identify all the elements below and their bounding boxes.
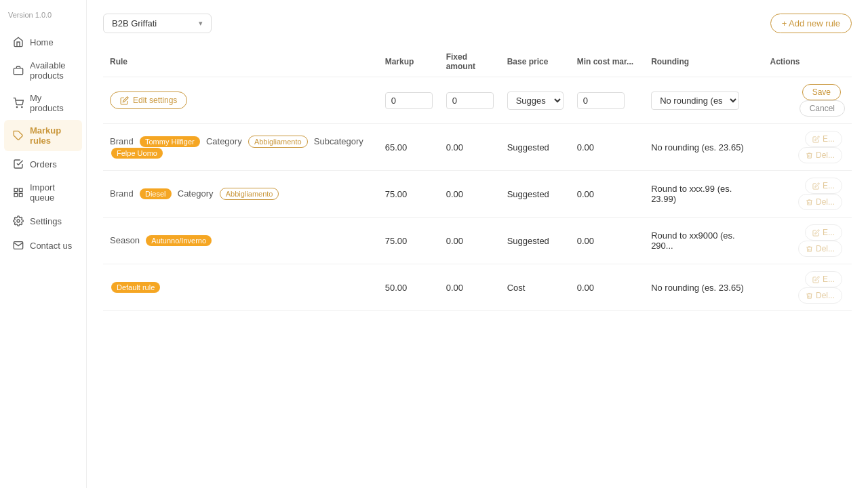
rule-text: Season [110, 235, 142, 245]
svg-rect-6 [19, 193, 22, 197]
tag-tommy: Tommy Hilfiger [140, 136, 200, 147]
markup-value: 50.00 [378, 264, 439, 311]
col-header-actions: Actions [764, 47, 852, 77]
markup-rules-table: Rule Markup Fixed amount Base price Min … [103, 47, 852, 311]
fixed-input[interactable] [446, 92, 494, 109]
edit-icon [812, 182, 820, 190]
settings-icon [12, 215, 24, 227]
chevron-down-icon: ▾ [199, 19, 203, 28]
sidebar-item-importqueue-label: Import queue [30, 182, 74, 203]
edit-row: Edit settings Sugges Cost [103, 77, 852, 124]
svg-rect-7 [14, 193, 18, 197]
add-rule-button[interactable]: + Add new rule [770, 14, 852, 33]
col-header-fixed: Fixed amount [439, 47, 500, 77]
col-header-markup: Markup [378, 47, 439, 77]
tag-icon [12, 129, 24, 142]
sidebar-item-available-products[interactable]: Available products [4, 55, 82, 86]
table-row: Season Autunno/Inverno 75.00 0.00 Sugges… [103, 218, 852, 264]
fixed-value: 0.00 [439, 171, 500, 218]
save-button[interactable]: Save [802, 84, 841, 100]
fixed-value: 0.00 [439, 264, 500, 311]
rule-text: Brand [110, 188, 136, 199]
table-row: Default rule 50.00 0.00 Cost 0.00 No rou… [103, 264, 852, 311]
contact-icon [12, 239, 24, 251]
edit-button-row2[interactable]: E... [805, 178, 842, 194]
main-content: B2B Griffati ▾ + Add new rule Rule Marku… [87, 0, 868, 488]
edit-settings-label: Edit settings [133, 96, 177, 105]
delete-button-row3[interactable]: Del... [798, 241, 842, 257]
tag-abbigliamento2: Abbigliamento [220, 188, 279, 200]
sidebar-item-my-products[interactable]: My products [4, 87, 82, 119]
svg-point-1 [16, 106, 17, 107]
version-label: Version 1.0.0 [0, 11, 86, 30]
rule-text: Subcategory [311, 136, 366, 146]
trash-icon [806, 152, 813, 159]
store-selector[interactable]: B2B Griffati ▾ [103, 14, 212, 33]
delete-button-row1[interactable]: Del... [798, 147, 842, 163]
edit-settings-button[interactable]: Edit settings [110, 92, 187, 109]
markup-value: 65.00 [378, 124, 439, 171]
pencil-icon [120, 96, 129, 105]
edit-button-row3[interactable]: E... [805, 224, 842, 241]
orders-icon [12, 158, 24, 170]
sidebar-item-home[interactable]: Home [4, 30, 82, 54]
base-price-value: Suggested [500, 218, 570, 264]
sidebar-item-settings[interactable]: Settings [4, 209, 82, 232]
col-header-mincost: Min cost mar... [570, 47, 644, 77]
edit-icon [812, 229, 820, 237]
sidebar-item-orders[interactable]: Orders [4, 152, 82, 176]
edit-button-row1[interactable]: E... [805, 131, 842, 147]
rounding-select[interactable]: No rounding (es. 23.65 [651, 92, 739, 110]
sidebar-item-markup-rules[interactable]: Markup rules [4, 120, 82, 151]
sidebar: Version 1.0.0 Home Available products My… [0, 0, 87, 488]
sidebar-item-available-label: Available products [30, 60, 74, 81]
col-header-rounding: Rounding [644, 47, 763, 77]
base-price-select[interactable]: Sugges Cost [507, 92, 564, 110]
rounding-value: Round to xx9000 (es. 290... [644, 218, 763, 264]
markup-value: 75.00 [378, 171, 439, 218]
sidebar-item-settings-label: Settings [30, 216, 62, 226]
sidebar-item-orders-label: Orders [30, 159, 57, 169]
tag-abbigliamento1: Abbigliamento [248, 136, 308, 148]
edit-icon [812, 276, 820, 283]
markup-value: 75.00 [378, 218, 439, 264]
rounding-value: No rounding (es. 23.65) [644, 124, 763, 171]
rounding-value: Round to xxx.99 (es. 23.99) [644, 171, 763, 218]
mincost-value: 0.00 [570, 218, 644, 264]
delete-button-row2[interactable]: Del... [798, 194, 842, 210]
mincost-value: 0.00 [570, 124, 644, 171]
sidebar-item-contact-us[interactable]: Contact us [4, 234, 82, 257]
tag-diesel: Diesel [140, 188, 172, 199]
mincost-input[interactable] [577, 92, 625, 109]
trash-icon [806, 245, 813, 253]
rounding-value: No rounding (es. 23.65) [644, 264, 763, 311]
table-row: Brand Diesel Category Abbigliamento 75.0… [103, 171, 852, 218]
add-rule-label: + Add new rule [782, 18, 840, 28]
col-header-rule: Rule [103, 47, 378, 77]
delete-button-row4[interactable]: Del... [798, 287, 842, 304]
svg-rect-0 [14, 68, 22, 75]
rule-text: Category [203, 136, 244, 146]
base-price-value: Cost [500, 264, 570, 311]
table-row: Brand Tommy Hilfiger Category Abbigliame… [103, 124, 852, 171]
cart-icon [12, 97, 24, 109]
header-row: B2B Griffati ▾ + Add new rule [103, 14, 852, 33]
mincost-value: 0.00 [570, 171, 644, 218]
fixed-value: 0.00 [439, 218, 500, 264]
cancel-button[interactable]: Cancel [800, 100, 845, 117]
sidebar-item-import-queue[interactable]: Import queue [4, 177, 82, 208]
markup-input[interactable] [385, 92, 433, 109]
svg-rect-4 [14, 188, 18, 192]
sidebar-item-home-label: Home [30, 37, 54, 47]
tag-season: Autunno/Inverno [146, 235, 212, 246]
rule-text: Brand [110, 136, 136, 146]
edit-button-row4[interactable]: E... [805, 271, 842, 287]
trash-icon [806, 199, 813, 206]
sidebar-item-markup-label: Markup rules [30, 125, 74, 146]
box-icon [12, 64, 24, 77]
queue-icon [12, 186, 24, 199]
svg-point-8 [17, 220, 20, 222]
base-price-value: Suggested [500, 124, 570, 171]
base-price-value: Suggested [500, 171, 570, 218]
trash-icon [806, 292, 813, 300]
